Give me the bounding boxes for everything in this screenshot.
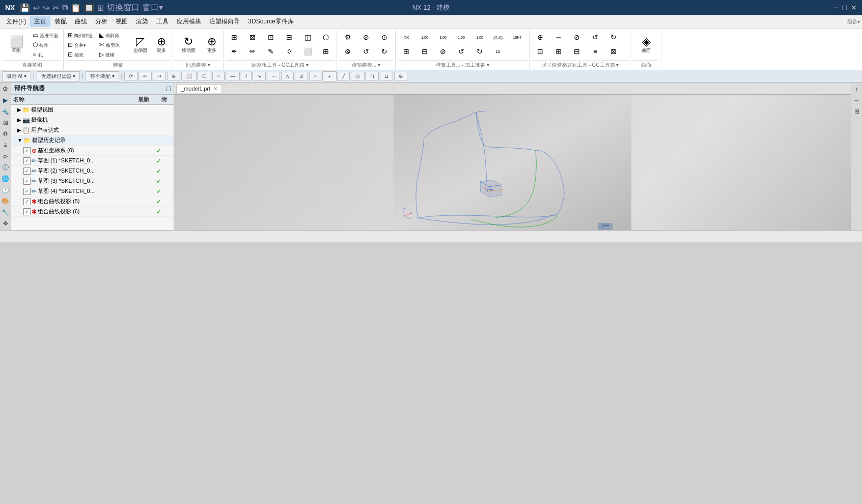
draw-arc-btn[interactable]: /	[241, 72, 252, 80]
dim-btn-9[interactable]: ≡	[587, 45, 604, 58]
draw-rect-btn[interactable]: ⊓	[366, 72, 379, 80]
undo-icon[interactable]: ↩	[33, 3, 40, 13]
std-btn-8[interactable]: ✏	[244, 45, 261, 58]
std-btn-7[interactable]: ✒	[226, 45, 243, 58]
sp-btn-13[interactable]: 10	[489, 45, 507, 58]
tree-item-combined5[interactable]: ✓ ✱ 组合曲线投影 (5) ✓	[11, 197, 174, 207]
dim-btn-3[interactable]: ⊘	[568, 31, 586, 44]
tree-item-datum[interactable]: ✓ ⊕ 基准坐标系 (0) ✓	[11, 146, 174, 156]
draw-circle-btn[interactable]: ○	[309, 72, 321, 80]
std-btn-4[interactable]: ⊟	[281, 31, 298, 44]
shell-button[interactable]: ⊡ 抽壳	[66, 50, 96, 59]
sidebar-history-icon[interactable]: ≡	[1, 141, 10, 150]
sidebar-wrench-icon[interactable]: 🔧	[1, 208, 10, 217]
sketch-button[interactable]: ⬜ 草图	[3, 31, 30, 59]
paste-icon[interactable]: 📋	[71, 3, 81, 13]
draw-point-btn[interactable]: ⊙	[295, 72, 308, 80]
draw-angle-btn[interactable]: ∧	[281, 72, 294, 80]
sp-btn-6[interactable]: (X.X)	[489, 31, 507, 44]
dim-btn-6[interactable]: ⊡	[532, 45, 549, 58]
sidebar-palette-icon[interactable]: 🎨	[1, 197, 10, 206]
sp-btn-5[interactable]: 1.00	[471, 31, 488, 44]
std-btn-6[interactable]: ⬡	[317, 31, 335, 44]
undo-step-btn[interactable]: ↩	[138, 72, 152, 80]
std-btn-3[interactable]: ⊡	[262, 31, 280, 44]
sidebar-process-icon[interactable]: ⊳	[1, 152, 10, 161]
draw-cross-btn[interactable]: ⊕	[394, 72, 407, 80]
menu-3dsource[interactable]: 3DSource零件库	[244, 16, 297, 27]
sidebar-move-icon[interactable]: ✥	[1, 219, 10, 228]
sp-btn-10[interactable]: ⊘	[434, 45, 452, 58]
gear-btn-6[interactable]: ↻	[376, 45, 393, 58]
std-btn-5[interactable]: ◫	[299, 31, 316, 44]
draw-ellipse-btn[interactable]: ◎	[351, 72, 365, 80]
more-features-button[interactable]: ⊕ 更多	[152, 31, 171, 59]
menu-tools[interactable]: 工具	[152, 16, 173, 27]
sp-btn-12[interactable]: ↻	[471, 45, 488, 58]
dim-btn-8[interactable]: ⊟	[568, 45, 586, 58]
sidebar-info-icon[interactable]: ⓘ	[1, 163, 10, 172]
sp-btn-9[interactable]: ⊟	[416, 45, 433, 58]
std-btn-9[interactable]: ✎	[262, 45, 280, 58]
dim-btn-5[interactable]: ↻	[605, 31, 622, 44]
window-icon[interactable]: ⊞	[97, 3, 104, 13]
tree-item-sketch3[interactable]: ✓ ✏ 草图 (3) *SKETCH_0... ✓	[11, 176, 174, 186]
more-sync-button[interactable]: ⊕ 更多	[203, 31, 221, 59]
select-circle-btn[interactable]: ○	[212, 72, 225, 80]
switch-icon[interactable]: 切换窗口	[107, 3, 140, 13]
gear-btn-5[interactable]: ↺	[357, 45, 375, 58]
snap-pt-btn[interactable]: ⊕	[167, 72, 180, 80]
sp-btn-3[interactable]: 1.00	[434, 31, 452, 44]
std-btn-10[interactable]: ◊	[281, 45, 298, 58]
snap-icon[interactable]: 🔲	[84, 3, 94, 13]
sp-btn-4[interactable]: 1.00	[453, 31, 470, 44]
snap-mode-btn[interactable]: 吸附 M ▾	[2, 71, 31, 81]
close-button[interactable]: ✕	[851, 4, 857, 12]
right-icon-2[interactable]: ↔	[852, 96, 861, 105]
std-btn-11[interactable]: ⬜	[299, 45, 316, 58]
menu-mold[interactable]: 注塑模向导	[205, 16, 244, 27]
tree-item-expressions[interactable]: ▶ 📋 用户表达式	[11, 125, 174, 135]
tree-item-camera[interactable]: ▶ 📷 摄像机	[11, 115, 174, 125]
ribbon-collapse[interactable]: 组合▾	[847, 18, 860, 25]
select-rect-btn[interactable]: ⬜	[181, 72, 197, 80]
edge-blend-button[interactable]: ◸ 边倒圆	[129, 31, 151, 59]
std-btn-12[interactable]: ⊞	[317, 45, 335, 58]
snap-3d-btn[interactable]: ⟳	[124, 72, 137, 80]
gear-btn-3[interactable]: ⊙	[376, 31, 393, 44]
dim-btn-4[interactable]: ↺	[587, 31, 604, 44]
nav-max-button[interactable]: □	[166, 85, 171, 93]
save-icon[interactable]: 💾	[20, 3, 30, 13]
datum-plane-button[interactable]: ▭ 基准平面	[31, 31, 61, 40]
menu-render[interactable]: 渲染	[132, 16, 152, 27]
dim-btn-2[interactable]: ↔	[550, 31, 567, 44]
select-3d-btn[interactable]: ⬡	[198, 72, 211, 80]
menu-analysis[interactable]: 分析	[91, 16, 112, 27]
surface-button[interactable]: ◈ 曲面	[633, 31, 659, 59]
tree-item-sketch1[interactable]: ✓ ✏ 草图 (1) *SKETCH_0... ✓	[11, 156, 174, 166]
filter-btn[interactable]: 无选择过滤器 ▾	[37, 71, 80, 81]
draw-wave-btn[interactable]: ∼	[267, 72, 280, 80]
redo-step-btn[interactable]: ↪	[153, 72, 166, 80]
sidebar-settings-icon[interactable]: ⚙	[1, 85, 10, 94]
sidebar-web-icon[interactable]: 🌐	[1, 174, 10, 183]
merge-button[interactable]: ⊟ 合并▾	[66, 40, 96, 49]
sp-btn-11[interactable]: ↺	[453, 45, 470, 58]
tree-item-sketch4[interactable]: ✓ ✏ 草图 (4) *SKETCH_0... ✓	[11, 186, 174, 197]
extrude-button[interactable]: ⬡ 拉伸	[31, 40, 61, 49]
viewport-tab-model1[interactable]: _model1.prt ✕	[176, 84, 222, 93]
tab-close-icon[interactable]: ✕	[213, 86, 217, 92]
dim-btn-10[interactable]: ⊠	[605, 45, 622, 58]
right-icon-3[interactable]: ⊞	[852, 107, 861, 116]
tree-item-combined6[interactable]: ✓ ✱ 组合曲线投影 (6) ✓	[11, 207, 174, 217]
menu-curve[interactable]: 曲线	[71, 16, 91, 27]
menu-view[interactable]: 视图	[112, 16, 132, 27]
draft-button[interactable]: ▷ 拔模	[97, 50, 128, 59]
dim-btn-7[interactable]: ⊞	[550, 45, 567, 58]
cut-icon[interactable]: ✂	[52, 3, 59, 13]
frame-icon[interactable]: 窗口▾	[143, 3, 163, 13]
sp-btn-7[interactable]: 10H7	[508, 31, 527, 44]
sidebar-part-nav-icon[interactable]: ▶	[1, 96, 10, 105]
sidebar-reuse-icon[interactable]: ♻	[1, 129, 10, 138]
std-btn-2[interactable]: ⊠	[244, 31, 261, 44]
